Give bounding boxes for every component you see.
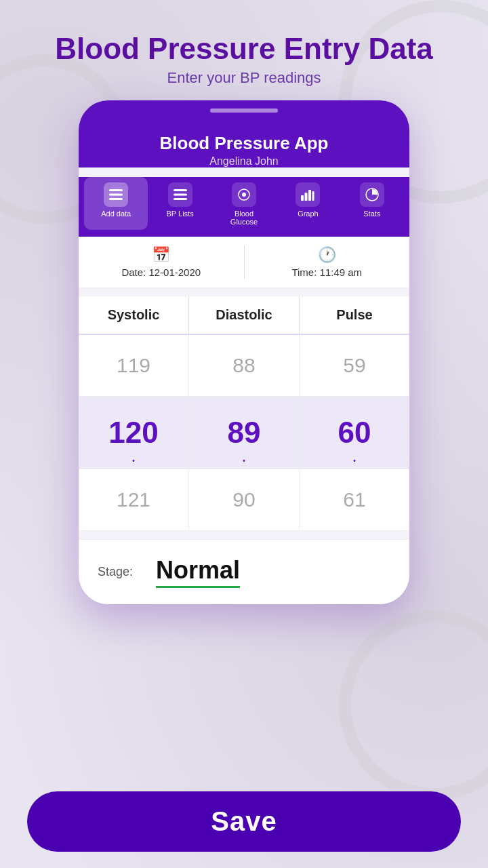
tab-add-data[interactable]: Add data — [84, 177, 148, 230]
svg-rect-12 — [305, 193, 308, 201]
bp-picker: Systolic Diastolic Pulse 119 88 59 120 8… — [79, 296, 409, 531]
diastolic-row0: 88 — [189, 335, 300, 396]
add-data-icon — [104, 182, 128, 207]
svg-rect-1 — [109, 194, 123, 196]
svg-rect-11 — [301, 195, 304, 201]
svg-rect-2 — [109, 198, 123, 200]
tab-stats[interactable]: Stats — [340, 177, 404, 230]
datetime-bar: 📅 Date: 12-01-2020 🕐 Time: 11:49 am — [79, 237, 409, 288]
tab-graph[interactable]: Graph — [276, 177, 340, 230]
svg-rect-13 — [308, 190, 311, 201]
systolic-header: Systolic — [79, 296, 189, 334]
save-button[interactable]: Save — [27, 791, 461, 852]
stage-section: Stage: Normal — [79, 539, 409, 604]
systolic-row2: 121 — [79, 469, 189, 530]
page-header: Blood Pressure Entry Data Enter your BP … — [0, 0, 488, 100]
systolic-row1: 120 — [79, 397, 189, 469]
picker-rows: 119 88 59 120 89 60 121 90 61 — [79, 335, 409, 531]
svg-point-8 — [174, 198, 176, 200]
bp-lists-icon — [168, 182, 192, 207]
diastolic-header: Diastolic — [189, 296, 300, 334]
tab-stats-label: Stats — [363, 210, 380, 218]
date-text: Date: 12-01-2020 — [121, 267, 201, 278]
stage-label: Stage: — [98, 565, 145, 579]
tab-add-data-label: Add data — [101, 210, 131, 218]
diastolic-row2: 90 — [189, 469, 300, 530]
pulse-row1: 60 — [300, 397, 409, 469]
svg-rect-0 — [109, 189, 123, 191]
phone-notch — [79, 100, 409, 121]
calendar-icon: 📅 — [152, 246, 170, 264]
svg-point-7 — [174, 194, 176, 196]
pulse-header: Pulse — [300, 296, 409, 334]
phone-shell: Blood Pressure App Angelina John Add dat… — [79, 100, 409, 604]
notch-pill — [210, 108, 278, 113]
app-header: Blood Pressure App Angelina John — [79, 121, 409, 167]
svg-rect-14 — [312, 191, 314, 201]
tab-blood-glucose-label: Blood Glucose — [220, 210, 268, 226]
picker-row-0[interactable]: 119 88 59 — [79, 335, 409, 397]
pulse-row0: 59 — [300, 335, 409, 396]
graph-icon — [296, 182, 320, 207]
page-title: Blood Pressure Entry Data — [0, 33, 488, 65]
tab-blood-glucose[interactable]: Blood Glucose — [212, 177, 276, 230]
date-section: 📅 Date: 12-01-2020 — [79, 237, 244, 288]
blood-glucose-icon — [232, 182, 256, 207]
systolic-row0: 119 — [79, 335, 189, 396]
tab-bp-lists-label: BP Lists — [167, 210, 194, 218]
picker-header: Systolic Diastolic Pulse — [79, 296, 409, 335]
svg-point-10 — [242, 193, 246, 197]
picker-row-2[interactable]: 121 90 61 — [79, 469, 409, 531]
picker-row-1-selected[interactable]: 120 89 60 — [79, 397, 409, 469]
stage-value: Normal — [156, 556, 240, 588]
time-text: Time: 11:49 am — [291, 267, 362, 278]
page-subtitle: Enter your BP readings — [0, 69, 488, 87]
svg-point-6 — [174, 189, 176, 191]
nav-tabs: Add data BP Lists — [79, 177, 409, 237]
tab-bp-lists[interactable]: BP Lists — [148, 177, 211, 230]
app-title: Blood Pressure App — [79, 133, 409, 154]
pulse-row2: 61 — [300, 469, 409, 530]
tab-graph-label: Graph — [298, 210, 319, 218]
app-user: Angelina John — [79, 155, 409, 167]
time-section: 🕐 Time: 11:49 am — [245, 237, 410, 288]
save-button-wrap: Save — [0, 782, 488, 868]
stats-icon — [360, 182, 384, 207]
diastolic-row1: 89 — [189, 397, 300, 469]
clock-icon: 🕐 — [318, 246, 336, 264]
